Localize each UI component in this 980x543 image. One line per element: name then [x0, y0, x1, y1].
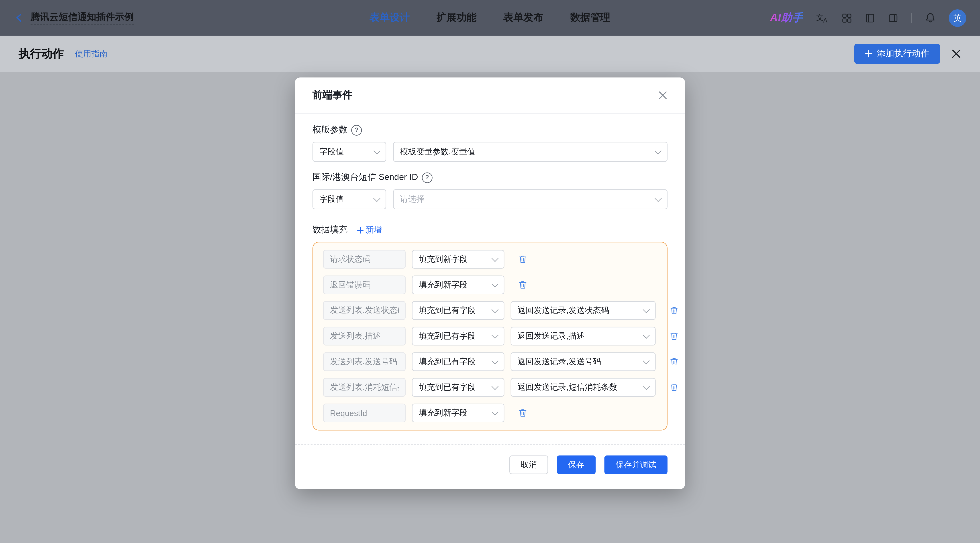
trash-icon[interactable]: [518, 254, 527, 264]
add-action-button[interactable]: 添加执行动作: [854, 44, 940, 64]
close-icon[interactable]: [658, 90, 668, 100]
help-icon[interactable]: [422, 172, 433, 183]
close-panel-icon[interactable]: [951, 49, 961, 59]
field-input[interactable]: [323, 352, 406, 371]
toolbar-title: 执行动作: [19, 46, 64, 61]
data-fill-label-wrap: 数据填充: [312, 224, 347, 235]
data-fill-row: 填充到新字段: [323, 403, 657, 422]
target-field-value: 返回发送记录,短信消耗条数: [517, 382, 638, 393]
fill-mode-value: 填充到新字段: [419, 407, 488, 419]
fill-mode-select[interactable]: 填充到已有字段: [412, 378, 504, 397]
trash-icon[interactable]: [669, 331, 679, 341]
panel-layout-icon[interactable]: [888, 13, 898, 23]
sender-id-select[interactable]: 请选择: [393, 189, 668, 209]
trash-icon[interactable]: [518, 280, 527, 290]
chevron-down-icon: [492, 281, 499, 287]
fill-mode-value: 填充到新字段: [419, 279, 488, 291]
modal-footer: 取消 保存 保存并调试: [295, 445, 685, 489]
field-input[interactable]: [323, 403, 406, 422]
chevron-down-icon: [492, 383, 499, 390]
data-fill-rows: 填充到新字段 填充到新字段 填充到已有字段 返回发送记录,发送状态码: [312, 242, 668, 430]
chevron-down-icon: [492, 357, 499, 364]
sender-field-type-value: 字段值: [320, 194, 369, 205]
sender-id-row: 字段值 请选择: [312, 189, 668, 209]
toolbar-right: 添加执行动作: [854, 44, 961, 64]
field-input[interactable]: [323, 301, 406, 320]
save-debug-button[interactable]: 保存并调试: [605, 456, 668, 474]
save-button[interactable]: 保存: [557, 456, 596, 474]
trash-icon[interactable]: [669, 357, 679, 367]
trash-icon[interactable]: [669, 382, 679, 392]
fill-mode-select[interactable]: 填充到已有字段: [412, 352, 504, 371]
chevron-down-icon: [643, 332, 650, 339]
chevron-down-icon: [373, 195, 380, 202]
target-field-select[interactable]: 返回发送记录,发送号码: [511, 352, 656, 371]
ai-assistant-button[interactable]: AI助手: [770, 11, 803, 25]
data-fill-row: 填充到已有字段 返回发送记录,短信消耗条数: [323, 378, 657, 397]
sender-id-placeholder: 请选择: [400, 194, 651, 205]
trash-icon[interactable]: [518, 408, 527, 418]
avatar[interactable]: 英: [949, 9, 966, 27]
fill-mode-value: 填充到已有字段: [419, 356, 488, 367]
back-icon[interactable]: [14, 13, 24, 23]
fill-mode-select[interactable]: 填充到已有字段: [412, 301, 504, 320]
main-nav: 表单设计 扩展功能 表单发布 数据管理: [370, 11, 610, 24]
field-input[interactable]: [323, 378, 406, 397]
target-field-select[interactable]: 返回发送记录,描述: [511, 327, 656, 346]
topbar-divider: [911, 13, 912, 23]
sender-id-label-row: 国际/港澳台短信 Sender ID: [312, 172, 668, 183]
topbar-left: 腾讯云短信通知插件示例: [14, 11, 134, 25]
tab-form-design[interactable]: 表单设计: [370, 11, 410, 24]
target-field-value: 返回发送记录,描述: [517, 330, 638, 342]
tab-form-publish[interactable]: 表单发布: [503, 11, 544, 24]
plus-icon: [357, 226, 364, 233]
field-type-select[interactable]: 字段值: [312, 142, 386, 162]
field-input[interactable]: [323, 275, 406, 294]
svg-text:文: 文: [816, 13, 824, 22]
template-params-label-row: 模版参数: [312, 124, 668, 136]
fill-mode-select[interactable]: 填充到新字段: [412, 250, 504, 268]
template-params-row: 字段值 模板变量参数,变量值: [312, 142, 668, 162]
fill-mode-value: 填充到新字段: [419, 254, 488, 265]
target-field-select[interactable]: 返回发送记录,发送状态码: [511, 301, 656, 320]
data-fill-label: 数据填充: [312, 224, 347, 235]
data-fill-row: 填充到已有字段 返回发送记录,发送状态码: [323, 301, 657, 320]
add-row-link[interactable]: 新增: [357, 224, 382, 235]
trash-icon[interactable]: [669, 305, 679, 316]
chevron-down-icon: [492, 408, 499, 416]
field-input[interactable]: [323, 250, 406, 268]
tab-data-management[interactable]: 数据管理: [570, 11, 611, 24]
field-input[interactable]: [323, 327, 406, 346]
topbar-right: AI助手 文A 英: [770, 9, 966, 27]
target-field-select[interactable]: 返回发送记录,短信消耗条数: [511, 378, 656, 397]
chevron-down-icon: [655, 195, 662, 202]
translate-icon[interactable]: 文A: [816, 13, 829, 23]
sender-field-type-select[interactable]: 字段值: [312, 189, 386, 209]
action-toolbar: 执行动作 使用指南 添加执行动作: [0, 36, 980, 72]
fill-mode-select[interactable]: 填充到新字段: [412, 275, 504, 294]
apps-grid-icon[interactable]: [842, 13, 852, 23]
manual-book-icon[interactable]: [865, 13, 875, 23]
page-title[interactable]: 腾讯云短信通知插件示例: [30, 11, 134, 25]
topbar: 腾讯云短信通知插件示例 表单设计 扩展功能 表单发布 数据管理 AI助手 文A: [0, 0, 980, 36]
add-row-label: 新增: [366, 224, 382, 235]
svg-text:A: A: [823, 17, 827, 23]
plus-icon: [865, 50, 873, 57]
cancel-button[interactable]: 取消: [509, 456, 548, 474]
tab-extensions[interactable]: 扩展功能: [436, 11, 477, 24]
target-field-value: 返回发送记录,发送号码: [517, 356, 638, 367]
bell-icon[interactable]: [925, 13, 935, 23]
template-variable-select[interactable]: 模板变量参数,变量值: [393, 142, 668, 162]
help-icon[interactable]: [351, 125, 362, 135]
fill-mode-value: 填充到已有字段: [419, 382, 488, 393]
fill-mode-select[interactable]: 填充到已有字段: [412, 327, 504, 346]
add-action-label: 添加执行动作: [877, 48, 929, 59]
fill-mode-select[interactable]: 填充到新字段: [412, 403, 504, 422]
template-params-label: 模版参数: [312, 124, 347, 136]
target-field-value: 返回发送记录,发送状态码: [517, 305, 638, 316]
usage-guide-link[interactable]: 使用指南: [75, 48, 108, 59]
chevron-down-icon: [655, 148, 662, 154]
chevron-down-icon: [492, 332, 499, 339]
app: 腾讯云短信通知插件示例 表单设计 扩展功能 表单发布 数据管理 AI助手 文A: [0, 0, 980, 543]
data-fill-row: 填充到已有字段 返回发送记录,描述: [323, 327, 657, 346]
